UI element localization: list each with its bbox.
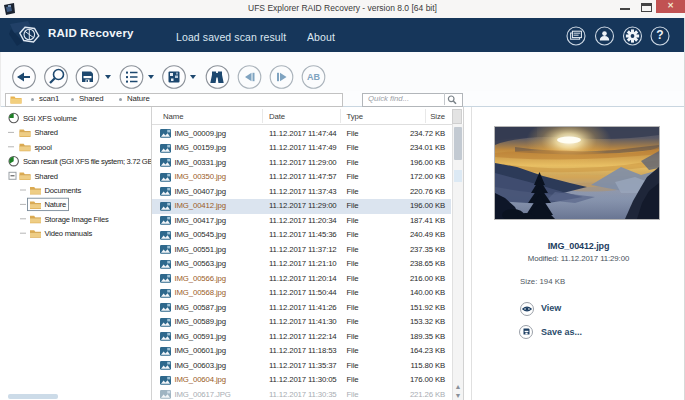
svg-text:SGI XFS volume: SGI XFS volume [23,114,77,123]
svg-text:Shared: Shared [35,172,58,181]
svg-text:Nature: Nature [45,200,67,209]
svg-text:Scan result (SGI XFS file syst: Scan result (SGI XFS file system; 3.72 G… [23,157,151,166]
svg-text:Video manuals: Video manuals [45,229,93,238]
svg-text:spool: spool [35,143,53,152]
svg-text:Storage Image Files: Storage Image Files [45,215,110,224]
svg-text:AB: AB [307,72,320,82]
svg-text:Documents: Documents [45,186,82,195]
svg-text:Shared: Shared [35,128,58,137]
